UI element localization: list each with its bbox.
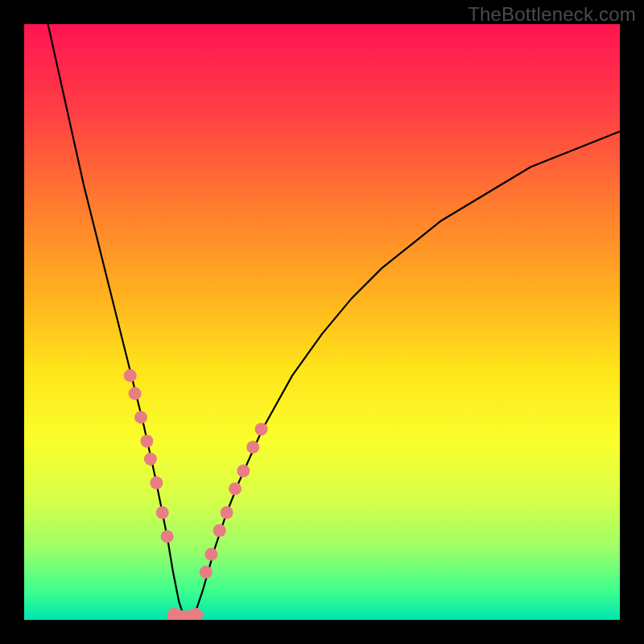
highlight-dot	[237, 464, 250, 477]
chart-plot-area	[24, 24, 620, 620]
highlight-dot	[156, 506, 169, 519]
chart-frame: TheBottleneck.com	[0, 0, 644, 644]
chart-svg	[24, 24, 620, 620]
highlight-dot	[213, 524, 226, 537]
highlight-dot	[188, 608, 203, 620]
bottleneck-curve	[48, 24, 620, 620]
highlight-dots-bottom	[167, 608, 204, 620]
highlight-dot	[229, 482, 242, 495]
highlight-dot	[124, 369, 137, 382]
highlight-dot	[204, 548, 217, 561]
highlight-dot	[221, 506, 233, 519]
highlight-dot	[134, 411, 147, 423]
watermark-text: TheBottleneck.com	[468, 3, 636, 26]
highlight-dots-left	[124, 369, 174, 543]
highlight-dot	[246, 440, 259, 453]
highlight-dot	[144, 452, 157, 465]
highlight-dot	[255, 423, 268, 436]
highlight-dot	[150, 477, 163, 489]
highlight-dot	[129, 387, 142, 400]
highlight-dots-right	[200, 423, 268, 579]
highlight-dot	[161, 530, 174, 543]
highlight-dot	[200, 566, 213, 579]
highlight-dot	[140, 435, 153, 448]
